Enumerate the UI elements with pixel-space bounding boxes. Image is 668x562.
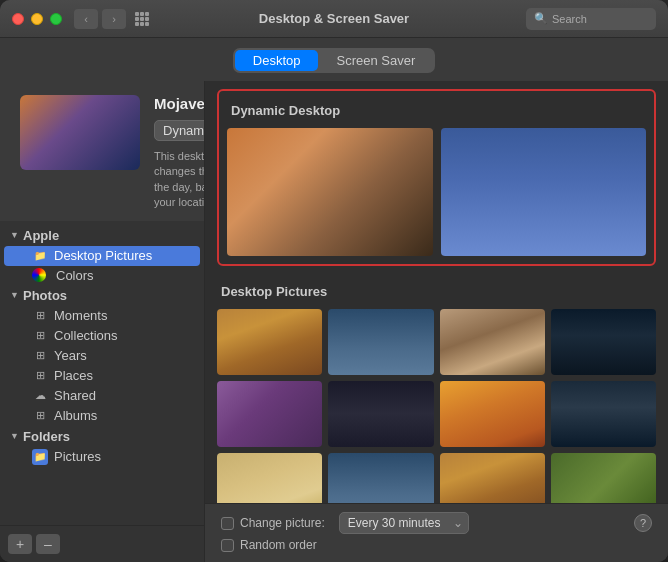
wallpaper-thumb[interactable]: [328, 453, 433, 503]
tabs-container: Desktop Screen Saver: [233, 48, 435, 73]
bottom-bar: Change picture: Every 30 minutes ⌄ ? Ran…: [205, 503, 668, 562]
wallpaper-thumb[interactable]: [217, 453, 322, 503]
sidebar-tree: ▼ Apple 📁 Desktop Pictures Colors ▼ Phot…: [0, 221, 204, 525]
style-dropdown[interactable]: Dynamic ⌃: [154, 120, 205, 141]
wallpaper-thumb[interactable]: [440, 309, 545, 375]
random-order-checkbox[interactable]: [221, 539, 234, 552]
preview-info: Mojave Dynamic ⌃ This desktop picture ch…: [154, 95, 205, 211]
add-button[interactable]: +: [8, 534, 32, 554]
traffic-lights: [12, 13, 62, 25]
wallpaper-thumb[interactable]: [328, 309, 433, 375]
right-panel: Dynamic Desktop Desktop Pictures: [205, 81, 668, 562]
sidebar-item-label: Colors: [56, 268, 94, 283]
wallpaper-name: Mojave: [154, 95, 205, 112]
folder-icon: 📁: [32, 449, 48, 465]
tabs-bar: Desktop Screen Saver: [0, 38, 668, 81]
sidebar-item-desktop-pictures[interactable]: 📁 Desktop Pictures: [4, 246, 200, 266]
dropdown-value: Dynamic: [163, 123, 205, 138]
cloud-icon: ☁: [32, 388, 48, 404]
search-placeholder: Search: [552, 13, 587, 25]
sidebar-item-colors[interactable]: Colors: [4, 266, 200, 285]
sidebar-bottom: + –: [0, 525, 204, 562]
wallpaper-mojave-blue[interactable]: [441, 128, 647, 256]
sidebar-photos-label: Photos: [23, 288, 67, 303]
sidebar-item-label: Moments: [54, 308, 107, 323]
dynamic-desktop-header: Dynamic Desktop: [227, 99, 646, 120]
sidebar-apple-label: Apple: [23, 228, 59, 243]
colors-icon: [32, 268, 46, 282]
remove-button[interactable]: –: [36, 534, 60, 554]
wallpaper-thumb[interactable]: [217, 309, 322, 375]
grid-icon: [135, 12, 149, 26]
wallpaper-scroll[interactable]: Dynamic Desktop Desktop Pictures: [205, 81, 668, 503]
wallpaper-mojave-day[interactable]: [227, 128, 433, 256]
grid-icon: ⊞: [32, 408, 48, 424]
wallpaper-thumb[interactable]: [551, 309, 656, 375]
grid-icon: ⊞: [32, 308, 48, 324]
titlebar: ‹ › Desktop & Screen Saver 🔍 Search: [0, 0, 668, 38]
sidebar-item-pictures[interactable]: 📁 Pictures: [4, 447, 200, 467]
search-icon: 🔍: [534, 12, 548, 25]
random-order-label: Random order: [240, 538, 317, 552]
interval-dropdown[interactable]: Every 30 minutes ⌄: [339, 512, 469, 534]
back-button[interactable]: ‹: [74, 9, 98, 29]
sidebar-section-photos[interactable]: ▼ Photos: [0, 285, 204, 306]
window-title: Desktop & Screen Saver: [259, 11, 409, 26]
wallpaper-thumb[interactable]: [551, 453, 656, 503]
grid-icon: ⊞: [32, 348, 48, 364]
preview-area: Mojave Dynamic ⌃ This desktop picture ch…: [0, 81, 204, 221]
tab-screensaver[interactable]: Screen Saver: [318, 50, 433, 71]
sidebar-item-label: Places: [54, 368, 93, 383]
tab-desktop[interactable]: Desktop: [235, 50, 319, 71]
change-picture-checkbox[interactable]: [221, 517, 234, 530]
help-button[interactable]: ?: [634, 514, 652, 532]
sidebar-item-places[interactable]: ⊞ Places: [4, 366, 200, 386]
wallpaper-thumb[interactable]: [440, 381, 545, 447]
sidebar-item-label: Collections: [54, 328, 118, 343]
sidebar-item-label: Desktop Pictures: [54, 248, 152, 263]
sidebar-item-label: Years: [54, 348, 87, 363]
main-window: ‹ › Desktop & Screen Saver 🔍 Search Desk…: [0, 0, 668, 562]
sidebar-section-folders[interactable]: ▼ Folders: [0, 426, 204, 447]
grid-icon: ⊞: [32, 368, 48, 384]
dropdown-row: Dynamic ⌃: [154, 120, 205, 141]
change-picture-checkbox-label[interactable]: Change picture:: [221, 516, 325, 530]
sidebar-item-shared[interactable]: ☁ Shared: [4, 386, 200, 406]
minimize-button[interactable]: [31, 13, 43, 25]
close-button[interactable]: [12, 13, 24, 25]
sidebar-item-collections[interactable]: ⊞ Collections: [4, 326, 200, 346]
desktop-preview-thumbnail: [20, 95, 140, 170]
sidebar-item-label: Shared: [54, 388, 96, 403]
wallpaper-grid: [217, 309, 656, 503]
wallpaper-description: This desktop picture changes throughout …: [154, 149, 205, 211]
dynamic-grid: [227, 128, 646, 256]
random-order-checkbox-label[interactable]: Random order: [221, 538, 317, 552]
maximize-button[interactable]: [50, 13, 62, 25]
wallpaper-thumb[interactable]: [440, 453, 545, 503]
sidebar-item-albums[interactable]: ⊞ Albums: [4, 406, 200, 426]
grid-icon: ⊞: [32, 328, 48, 344]
forward-button[interactable]: ›: [102, 9, 126, 29]
sidebar: Mojave Dynamic ⌃ This desktop picture ch…: [0, 81, 205, 562]
random-order-row: Random order: [221, 538, 652, 552]
sidebar-item-label: Pictures: [54, 449, 101, 464]
dynamic-desktop-section: Dynamic Desktop: [217, 89, 656, 266]
sidebar-section-apple[interactable]: ▼ Apple: [0, 225, 204, 246]
grid-view-button[interactable]: [130, 9, 154, 29]
chevron-down-icon: ⌄: [453, 516, 463, 530]
change-picture-row: Change picture: Every 30 minutes ⌄ ?: [221, 512, 652, 534]
wallpaper-thumb[interactable]: [217, 381, 322, 447]
interval-value: Every 30 minutes: [348, 516, 441, 530]
wallpaper-thumb[interactable]: [551, 381, 656, 447]
nav-buttons: ‹ ›: [74, 9, 126, 29]
sidebar-item-years[interactable]: ⊞ Years: [4, 346, 200, 366]
wallpaper-thumb[interactable]: [328, 381, 433, 447]
main-content: Mojave Dynamic ⌃ This desktop picture ch…: [0, 81, 668, 562]
search-box[interactable]: 🔍 Search: [526, 8, 656, 30]
chevron-down-icon: ▼: [10, 290, 20, 300]
sidebar-item-label: Albums: [54, 408, 97, 423]
desktop-pictures-section: Desktop Pictures: [217, 280, 656, 503]
folder-icon: 📁: [32, 248, 48, 264]
sidebar-item-moments[interactable]: ⊞ Moments: [4, 306, 200, 326]
chevron-down-icon: ▼: [10, 230, 20, 240]
